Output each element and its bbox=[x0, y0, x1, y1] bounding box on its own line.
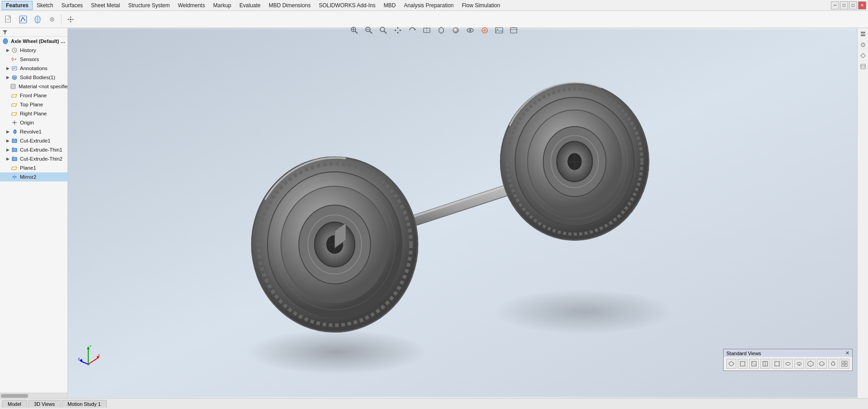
feature-tree-panel: Axle Wheel (Default) <<Def ▶ History ▶ S… bbox=[0, 28, 68, 398]
3d-viewport[interactable]: Y X Z Standard Views ✕ bbox=[68, 28, 857, 398]
sidebar-item-label: Front Plane bbox=[20, 93, 47, 98]
sidebar-scroll-thumb[interactable] bbox=[1, 394, 28, 398]
sidebar-item-top-plane[interactable]: ▶ Top Plane bbox=[0, 100, 67, 109]
close-button[interactable]: ✕ bbox=[858, 1, 866, 10]
main-area: Axle Wheel (Default) <<Def ▶ History ▶ S… bbox=[0, 28, 868, 398]
sidebar-item-history[interactable]: ▶ History bbox=[0, 46, 67, 55]
view-orientation-button[interactable] bbox=[435, 24, 448, 37]
svg-rect-59 bbox=[12, 157, 17, 161]
sidebar-item-cut-extrude-thin1[interactable]: ▶ Cut-Extrude-Thin1 bbox=[0, 145, 67, 154]
view-tools bbox=[348, 22, 520, 39]
menu-item-surfaces[interactable]: Surfaces bbox=[57, 1, 87, 10]
svg-rect-54 bbox=[12, 139, 17, 143]
sv-isometric-button[interactable] bbox=[726, 359, 736, 369]
sidebar-item-label: History bbox=[20, 48, 36, 53]
sidebar-item-label: Cut-Extrude1 bbox=[20, 138, 51, 143]
ri-config-button[interactable] bbox=[858, 62, 868, 71]
sv-back-button[interactable] bbox=[749, 359, 759, 369]
svg-point-67 bbox=[494, 289, 673, 334]
sv-dimetric-button[interactable] bbox=[817, 359, 827, 369]
standard-views-close-button[interactable]: ✕ bbox=[845, 350, 849, 356]
plane-icon-right bbox=[11, 110, 18, 117]
menu-item-markup[interactable]: Markup bbox=[209, 1, 235, 10]
menu-item-evaluate[interactable]: Evaluate bbox=[235, 1, 265, 10]
section-view-button[interactable] bbox=[420, 24, 433, 37]
sidebar-item-label: Material <not specified bbox=[19, 84, 68, 89]
move-button[interactable] bbox=[64, 13, 77, 26]
tab-model[interactable]: Model bbox=[2, 400, 27, 408]
sv-left-button[interactable] bbox=[760, 359, 770, 369]
svg-point-44 bbox=[12, 76, 17, 77]
svg-marker-22 bbox=[400, 29, 401, 31]
svg-marker-20 bbox=[397, 32, 399, 34]
svg-point-26 bbox=[453, 28, 458, 33]
menu-item-sheet-metal[interactable]: Sheet Metal bbox=[87, 1, 124, 10]
sidebar-item-mirror2[interactable]: ▶ Mirror2 bbox=[0, 172, 67, 181]
pan-button[interactable] bbox=[391, 24, 404, 37]
zoom-in-button[interactable] bbox=[362, 24, 375, 37]
cut-extrude-thin2-icon bbox=[11, 155, 18, 162]
sidebar-item-annotations[interactable]: ▶ Annotations bbox=[0, 64, 67, 73]
filter-icon bbox=[2, 29, 8, 35]
feature-button[interactable] bbox=[31, 13, 44, 26]
menu-item-weldments[interactable]: Weldments bbox=[174, 1, 209, 10]
sv-trimetric-button[interactable] bbox=[806, 359, 816, 369]
revolve-icon bbox=[11, 128, 18, 135]
rotate-button[interactable] bbox=[406, 24, 419, 37]
view-settings-button[interactable] bbox=[507, 24, 520, 37]
menu-item-mbd-dimensions[interactable]: MBD Dimensions bbox=[265, 1, 315, 10]
menu-item-mbd[interactable]: MBD bbox=[380, 1, 400, 10]
feature-tree-root[interactable]: Axle Wheel (Default) <<Def bbox=[0, 37, 67, 46]
menu-item-structure-system[interactable]: Structure System bbox=[124, 1, 174, 10]
solid-bodies-icon bbox=[11, 74, 18, 81]
restore-button[interactable]: □ bbox=[840, 1, 848, 10]
zoom-out-button[interactable] bbox=[377, 24, 390, 37]
display-style-button[interactable] bbox=[449, 24, 462, 37]
ri-properties-button[interactable] bbox=[858, 40, 868, 50]
sidebar-item-cut-extrude1[interactable]: ▶ Cut-Extrude1 bbox=[0, 136, 67, 145]
sv-top-button[interactable] bbox=[783, 359, 793, 369]
sidebar-item-origin[interactable]: ▶ Origin bbox=[0, 118, 67, 127]
sidebar-item-sensors[interactable]: ▶ Sensors bbox=[0, 55, 67, 64]
model-viewport-svg bbox=[68, 28, 857, 398]
sidebar-scrollbar[interactable] bbox=[0, 393, 67, 398]
sidebar-item-material[interactable]: ▶ Material <not specified bbox=[0, 82, 67, 91]
svg-point-66 bbox=[247, 330, 426, 375]
tab-3d-views[interactable]: 3D Views bbox=[28, 400, 61, 408]
maximize-button[interactable]: □ bbox=[849, 1, 857, 10]
plane1-icon bbox=[11, 164, 18, 171]
sidebar-item-right-plane[interactable]: ▶ Right Plane bbox=[0, 109, 67, 118]
tab-motion-study-1[interactable]: Motion Study 1 bbox=[62, 400, 106, 408]
zoom-to-fit-button[interactable] bbox=[348, 24, 361, 37]
sv-bottom-button[interactable] bbox=[794, 359, 804, 369]
menu-item-analysis-preparation[interactable]: Analysis Preparation bbox=[400, 1, 458, 10]
scene-background-button[interactable] bbox=[493, 24, 506, 37]
menubar: Features Sketch Surfaces Sheet Metal Str… bbox=[0, 0, 868, 11]
sv-right-button[interactable] bbox=[772, 359, 782, 369]
sidebar-item-revolve1[interactable]: ▶ Revolve1 bbox=[0, 127, 67, 136]
menu-item-flow-simulation[interactable]: Flow Simulation bbox=[458, 1, 505, 10]
edit-appearance-button[interactable] bbox=[478, 24, 491, 37]
ri-task-pane-button[interactable] bbox=[858, 29, 868, 39]
svg-line-18 bbox=[384, 31, 386, 33]
menu-item-solidworks-addins[interactable]: SOLIDWORKS Add-Ins bbox=[315, 1, 379, 10]
svg-rect-109 bbox=[775, 361, 779, 366]
settings-button[interactable] bbox=[45, 13, 59, 26]
sidebar-item-plane1[interactable]: ▶ Plane1 bbox=[0, 163, 67, 172]
sidebar-item-label: Plane1 bbox=[20, 165, 36, 171]
sketch-button[interactable] bbox=[16, 13, 30, 26]
minimize-button[interactable]: ─ bbox=[831, 1, 839, 10]
sidebar-item-cut-extrude-thin2[interactable]: ▶ Cut-Extrude-Thin2 bbox=[0, 154, 67, 163]
sv-view6-button[interactable] bbox=[839, 359, 849, 369]
svg-point-39 bbox=[15, 59, 16, 60]
hide-show-button[interactable] bbox=[464, 24, 477, 37]
sv-front-button[interactable] bbox=[738, 359, 748, 369]
menu-item-sketch[interactable]: Sketch bbox=[33, 1, 57, 10]
sidebar-item-solid-bodies[interactable]: ▶ Solid Bodies(1) bbox=[0, 73, 67, 82]
sidebar-item-front-plane[interactable]: ▶ Front Plane bbox=[0, 91, 67, 100]
menu-item-features[interactable]: Features bbox=[2, 1, 33, 10]
plane-icon bbox=[11, 92, 18, 99]
sv-normal-to-button[interactable] bbox=[828, 359, 838, 369]
ri-display-states-button[interactable] bbox=[858, 51, 868, 61]
new-button[interactable] bbox=[2, 13, 15, 26]
